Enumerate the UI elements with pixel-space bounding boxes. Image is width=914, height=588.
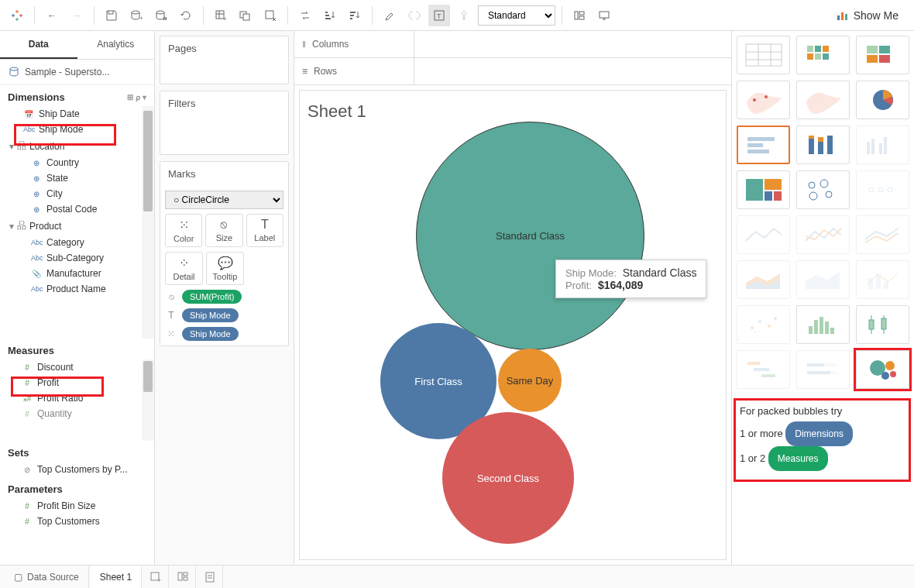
- bubble-same-day[interactable]: Same Day: [498, 349, 562, 412]
- showme-symbol-map[interactable]: [737, 81, 790, 119]
- back-icon[interactable]: ←: [41, 5, 63, 26]
- showme-side-circles[interactable]: [856, 170, 909, 209]
- marks-detail[interactable]: ⁘Detail: [165, 252, 203, 285]
- new-dashboard-button[interactable]: [170, 566, 196, 588]
- filters-shelf[interactable]: Filters: [160, 91, 289, 155]
- showme-histogram[interactable]: [796, 305, 850, 344]
- tableau-logo-icon[interactable]: [6, 5, 28, 26]
- svg-rect-36: [845, 14, 847, 20]
- field-location[interactable]: ▾品Location: [0, 137, 154, 155]
- field-product[interactable]: ▾品Product: [0, 217, 154, 235]
- field-category[interactable]: AbcCategory: [0, 235, 154, 250]
- field-product-name[interactable]: AbcProduct Name: [0, 281, 154, 297]
- showme-line-continuous[interactable]: [737, 215, 790, 254]
- new-worksheet-icon[interactable]: +: [210, 5, 232, 26]
- showme-text-table[interactable]: [737, 36, 790, 74]
- showme-gantt[interactable]: [737, 350, 790, 389]
- showme-highlight-table[interactable]: [856, 36, 909, 74]
- showme-dual-line[interactable]: [856, 215, 909, 254]
- field-country[interactable]: ⊕Country: [0, 155, 154, 170]
- field-profit-bin-size[interactable]: #Profit Bin Size: [0, 498, 154, 514]
- datasource-item[interactable]: Sample - Supersto...: [0, 60, 154, 85]
- highlight-icon[interactable]: [379, 5, 400, 26]
- field-discount[interactable]: #Discount: [0, 359, 154, 375]
- tab-analytics[interactable]: Analytics: [77, 31, 155, 59]
- marks-type-select[interactable]: ○ CircleCircle: [165, 191, 283, 209]
- svg-rect-11: [163, 17, 165, 20]
- bubble-second-class[interactable]: Second Class: [442, 412, 574, 544]
- field-profit-ratio[interactable]: ⁎#Profit Ratio: [0, 390, 154, 406]
- marks-color[interactable]: ⁙Color: [165, 214, 202, 247]
- show-labels-icon[interactable]: T: [428, 5, 450, 26]
- svg-rect-25: [350, 12, 356, 13]
- new-story-button[interactable]: [198, 566, 223, 588]
- meas-scrollbar[interactable]: [142, 359, 154, 441]
- show-cards-icon[interactable]: [569, 5, 590, 26]
- marks-label[interactable]: TLabel: [246, 214, 283, 247]
- showme-pie[interactable]: [856, 81, 909, 119]
- bubble-standard-class[interactable]: Standard Class: [416, 122, 644, 350]
- showme-line-discrete[interactable]: [796, 215, 850, 254]
- field-city[interactable]: ⊕City: [0, 186, 154, 201]
- field-manufacturer[interactable]: 📎Manufacturer: [0, 266, 154, 281]
- showme-stacked-bar[interactable]: [796, 126, 850, 164]
- dims-scrollbar[interactable]: [142, 106, 154, 339]
- pin-icon[interactable]: [453, 5, 475, 26]
- svg-point-77: [878, 187, 883, 192]
- svg-point-54: [765, 95, 768, 98]
- field-profit[interactable]: #Profit: [0, 375, 154, 390]
- field-top-customers-param[interactable]: #Top Customers: [0, 514, 154, 529]
- save-icon[interactable]: [101, 5, 122, 26]
- showme-area-discrete[interactable]: [796, 260, 850, 299]
- new-datasource-icon[interactable]: +: [125, 5, 147, 26]
- showme-hbar[interactable]: [737, 126, 790, 164]
- fit-select[interactable]: Standard: [478, 5, 555, 26]
- tab-data-source[interactable]: ▢Data Source: [5, 566, 89, 588]
- pill-ship-mode-label[interactable]: Ship Mode: [182, 308, 239, 322]
- svg-rect-52: [879, 55, 890, 63]
- showme-treemap[interactable]: [737, 170, 790, 209]
- show-me-button[interactable]: Show Me: [827, 0, 908, 31]
- new-sheet-button[interactable]: +: [143, 566, 169, 588]
- pages-shelf[interactable]: Pages: [160, 36, 289, 84]
- showme-scatter[interactable]: +: [737, 305, 790, 344]
- showme-bullet[interactable]: [796, 350, 850, 389]
- size-icon: ⍉: [206, 218, 242, 232]
- showme-filled-map[interactable]: [796, 81, 850, 119]
- pause-updates-icon[interactable]: [150, 5, 172, 26]
- sort-desc-icon[interactable]: [344, 5, 366, 26]
- field-top-customers-set[interactable]: ⊘Top Customers by P...: [0, 462, 154, 477]
- field-ship-date[interactable]: 📅Ship Date: [0, 106, 154, 122]
- field-postal-code[interactable]: ⊕Postal Code: [0, 201, 154, 217]
- field-ship-mode[interactable]: AbcShip Mode: [0, 122, 154, 137]
- svg-rect-44: [815, 46, 821, 52]
- tab-data[interactable]: Data: [0, 31, 77, 59]
- field-quantity[interactable]: #Quantity: [0, 406, 154, 421]
- group-icon[interactable]: [404, 5, 425, 26]
- showme-area-continuous[interactable]: [737, 260, 790, 299]
- showme-heat-map[interactable]: [796, 36, 850, 74]
- duplicate-sheet-icon[interactable]: [235, 5, 256, 26]
- showme-box-plot[interactable]: [856, 305, 909, 344]
- clear-sheet-icon[interactable]: [259, 5, 281, 26]
- pill-sum-profit[interactable]: SUM(Profit): [182, 290, 242, 304]
- forward-icon[interactable]: →: [66, 5, 88, 26]
- pill-ship-mode-color[interactable]: Ship Mode: [182, 327, 239, 341]
- showme-circle-views[interactable]: [796, 170, 850, 209]
- marks-tooltip[interactable]: 💬Tooltip: [206, 252, 244, 285]
- refresh-icon[interactable]: [175, 5, 197, 26]
- showme-dual-combo[interactable]: [856, 260, 909, 299]
- presentation-icon[interactable]: [593, 5, 615, 26]
- showme-packed-bubbles[interactable]: [856, 350, 909, 389]
- columns-shelf[interactable]: [414, 31, 731, 57]
- tab-sheet-1[interactable]: Sheet 1: [91, 566, 142, 588]
- field-state[interactable]: ⊕State: [0, 170, 154, 186]
- marks-size[interactable]: ⍉Size: [205, 214, 242, 247]
- sort-asc-icon[interactable]: [319, 5, 341, 26]
- rows-shelf[interactable]: [414, 58, 731, 84]
- field-sub-category[interactable]: AbcSub-Category: [0, 250, 154, 266]
- showme-side-by-side-bar[interactable]: [856, 126, 909, 164]
- svg-rect-47: [815, 53, 821, 60]
- swap-icon[interactable]: [294, 5, 316, 26]
- viz-canvas[interactable]: Sheet 1 Standard Class First Class Same …: [299, 90, 727, 560]
